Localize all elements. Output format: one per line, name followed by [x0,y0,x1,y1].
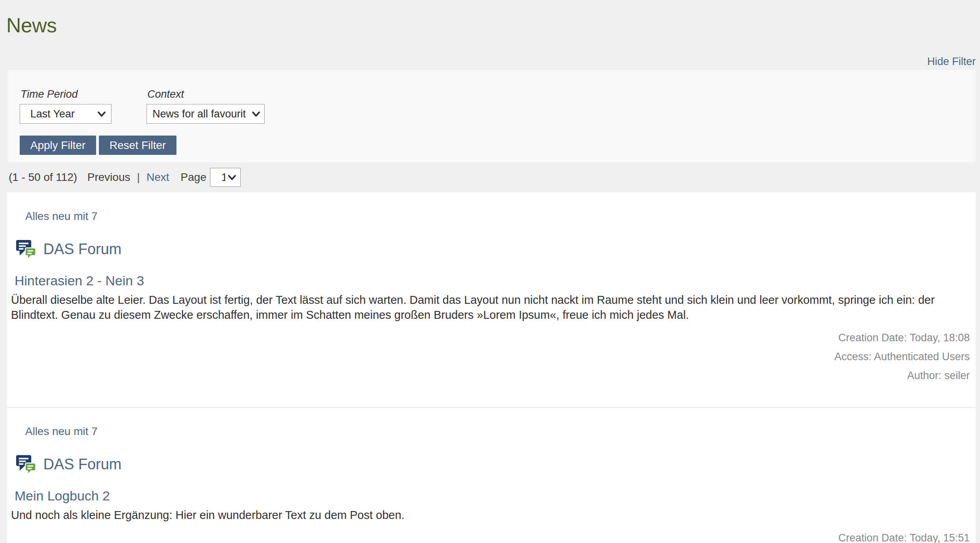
news-body: Überall dieselbe alte Leier. Das Layout … [11,292,970,322]
chevron-down-icon [252,111,260,117]
news-page: News Hide Filter Time Period Last Year C… [0,0,980,543]
filter-actions: Apply Filter Reset Filter [20,136,976,155]
time-period-label: Time Period [20,89,111,100]
page-select[interactable]: 1 [210,168,241,187]
pagination-previous: Previous [87,171,130,184]
forum-icon[interactable] [16,238,37,259]
forum-icon[interactable] [16,454,37,474]
meta-creation-date: Creation Date: Today, 15:51 [11,528,970,543]
pagination-page-label: Page [181,171,206,184]
source-row: DAS Forum [16,454,970,474]
news-meta: Creation Date: Today, 18:08 Access: Auth… [11,328,970,385]
chevron-down-icon [97,111,106,117]
pagination-bar: (1 - 50 of 112) Previous | Next Page 1 [0,162,980,192]
chevron-down-icon [228,175,236,180]
hide-filter-link[interactable]: Hide Filter [927,56,976,67]
meta-access: Access: Authenticated Users [11,347,970,366]
context-value: News for all favourit [152,108,246,120]
context-select[interactable]: News for all favourit [147,104,265,124]
news-body: Und noch als kleine Ergänzung: Hier ein … [11,508,970,523]
apply-filter-button[interactable]: Apply Filter [20,136,96,155]
context-field: Context News for all favourit [147,89,265,124]
time-period-select[interactable]: Last Year [20,104,111,124]
pagination-next-link[interactable]: Next [147,171,169,184]
page-title: News [6,15,57,35]
news-meta: Creation Date: Today, 15:51 [11,528,970,543]
meta-creation-date: Creation Date: Today, 18:08 [11,328,970,347]
meta-author: Author: seiler [11,366,970,385]
page-select-value: 1 [221,171,225,184]
context-label: Context [147,89,265,100]
news-title-link[interactable]: Hinterasien 2 - Nein 3 [15,274,144,287]
news-title-link[interactable]: Mein Logbuch 2 [15,489,110,502]
news-item: Alles neu mit 7 DAS Forum Mein Logbuch 2… [7,407,976,543]
time-period-value: Last Year [30,108,75,120]
filter-fields: Time Period Last Year Context News for a… [20,89,976,124]
source-link[interactable]: DAS Forum [43,456,121,472]
source-row: DAS Forum [16,238,970,259]
source-link[interactable]: DAS Forum [43,241,121,257]
news-item: Alles neu mit 7 DAS Forum Hinterasien 2 … [7,192,976,407]
pagination-range: (1 - 50 of 112) [9,171,77,184]
reset-filter-button[interactable]: Reset Filter [99,136,176,155]
news-list: Alles neu mit 7 DAS Forum Hinterasien 2 … [7,192,976,543]
pagination-separator: | [137,171,140,184]
time-period-field: Time Period Last Year [20,89,111,124]
context-link[interactable]: Alles neu mit 7 [25,426,98,437]
filter-panel: Time Period Last Year Context News for a… [7,70,976,162]
context-link[interactable]: Alles neu mit 7 [25,211,98,222]
